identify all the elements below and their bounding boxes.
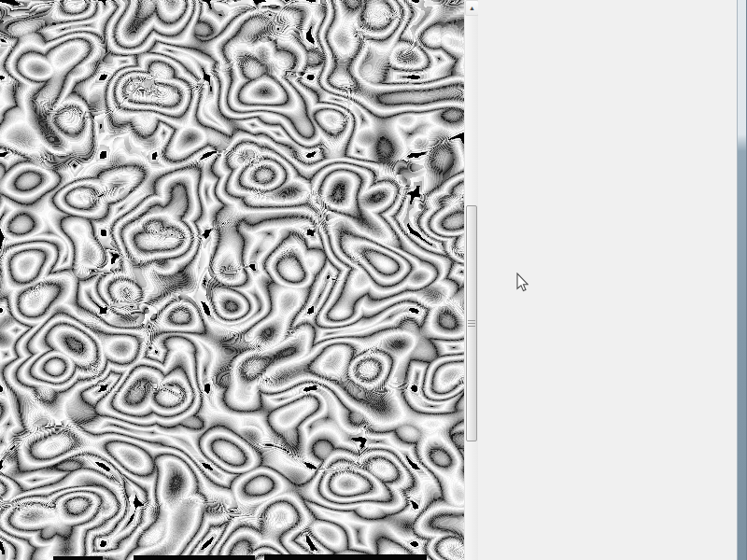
preview-dark-edge	[53, 556, 103, 560]
oilpaint-preview-image	[0, 0, 464, 560]
preview-scrollbar[interactable]: ▲	[464, 0, 478, 560]
scrollbar-grip-icon	[468, 320, 475, 328]
preview-dark-edge	[134, 555, 255, 560]
filter-settings-panel: OK Cancel Process on GPU Filters are loa…	[478, 0, 737, 560]
scrollbar-up-button[interactable]: ▲	[465, 0, 479, 16]
pixel-bender-dialog: ▲ OK Cancel Process on GPU Filters are l…	[0, 0, 747, 560]
scroll-up-arrow-icon: ▲	[469, 5, 475, 11]
window-edge	[737, 0, 747, 560]
preview-dark-edge	[264, 554, 427, 560]
scrollbar-thumb[interactable]	[466, 205, 477, 441]
